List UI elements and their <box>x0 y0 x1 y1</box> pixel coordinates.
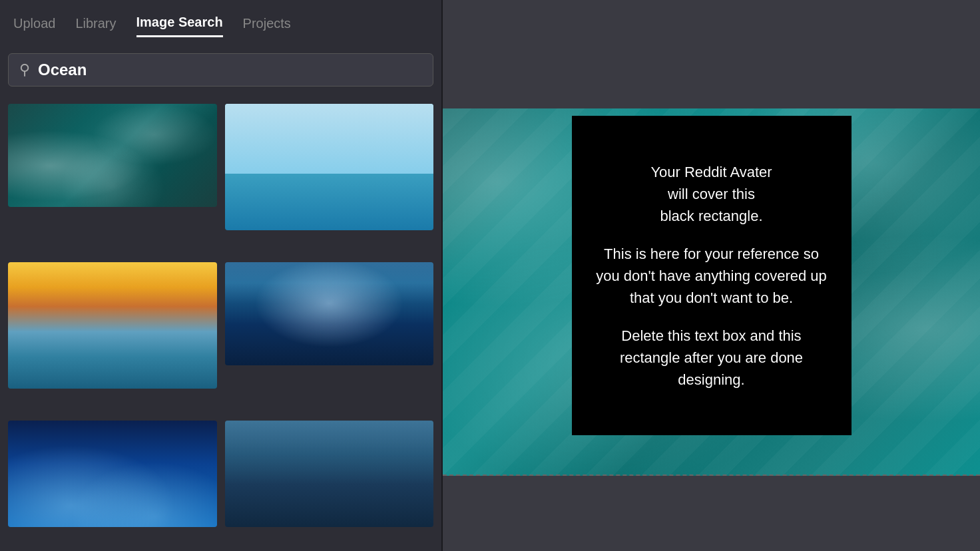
reference-rectangle: Your Reddit Avater will cover this black… <box>572 116 852 435</box>
tab-upload[interactable]: Upload <box>13 11 55 37</box>
list-item[interactable] <box>8 262 217 389</box>
search-bar: ⚲ <box>8 53 433 87</box>
image-grid <box>0 96 441 551</box>
reference-text: Your Reddit Avater will cover this black… <box>592 161 832 391</box>
reference-para-1: Your Reddit Avater will cover this black… <box>592 161 832 227</box>
tab-library[interactable]: Library <box>75 11 116 37</box>
list-item[interactable] <box>8 421 217 527</box>
search-icon: ⚲ <box>19 63 30 77</box>
search-container: ⚲ <box>0 47 441 96</box>
list-item[interactable] <box>225 104 434 230</box>
list-item[interactable] <box>225 262 434 365</box>
left-panel: Upload Library Image Search Projects ⚲ <box>0 0 443 551</box>
list-item[interactable] <box>225 421 434 527</box>
nav-tabs: Upload Library Image Search Projects <box>0 0 441 47</box>
tab-image-search[interactable]: Image Search <box>136 9 223 37</box>
canvas-area: Your Reddit Avater will cover this black… <box>443 0 980 551</box>
tab-projects[interactable]: Projects <box>243 11 291 37</box>
right-panel: Your Reddit Avater will cover this black… <box>443 0 980 551</box>
reference-para-3: Delete this text box and this rectangle … <box>592 325 832 391</box>
search-input[interactable] <box>38 61 422 79</box>
reference-para-2: This is here for your reference so you d… <box>592 243 832 309</box>
list-item[interactable] <box>8 104 217 207</box>
